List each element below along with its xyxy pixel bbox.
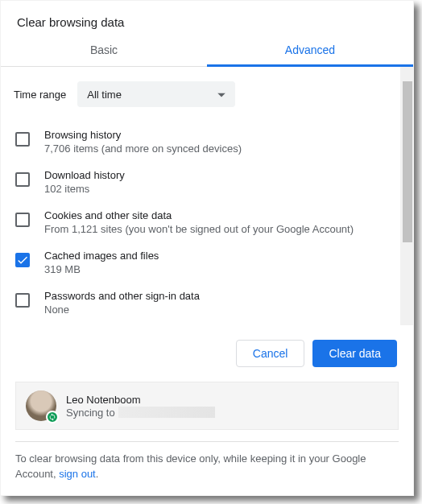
time-range-select[interactable]: All time <box>77 81 235 107</box>
checkbox[interactable] <box>15 172 30 187</box>
list-item: Cookies and other site dataFrom 1,121 si… <box>14 202 394 242</box>
item-text: Passwords and other sign-in dataNone <box>44 290 200 316</box>
checkbox[interactable] <box>15 293 30 308</box>
scrollbar-thumb[interactable] <box>403 81 412 242</box>
footnote: To clear browsing data from this device … <box>1 452 413 495</box>
tab-advanced[interactable]: Advanced <box>207 32 413 66</box>
checkbox[interactable] <box>15 132 30 147</box>
clear-data-button[interactable]: Clear data <box>312 340 397 367</box>
dialog-title: Clear browsing data <box>1 1 413 32</box>
checkbox[interactable] <box>15 213 30 227</box>
time-range-value: All time <box>87 89 122 101</box>
item-title: Browsing history <box>44 129 242 141</box>
item-text: Cookies and other site dataFrom 1,121 si… <box>44 209 354 235</box>
checkbox[interactable] <box>15 253 30 267</box>
time-range-label: Time range <box>14 89 66 101</box>
item-title: Download history <box>44 169 125 181</box>
divider <box>15 441 399 442</box>
dialog-actions: Cancel Clear data <box>1 325 413 382</box>
item-title: Cached images and files <box>44 250 159 262</box>
list-item: Passwords and other sign-in dataNone <box>14 283 394 323</box>
footnote-after: . <box>96 468 99 480</box>
account-sync-prefix: Syncing to <box>66 407 115 419</box>
item-title: Passwords and other sign-in data <box>44 290 200 302</box>
item-subtitle: From 1,121 sites (you won't be signed ou… <box>44 223 354 235</box>
tabs: Basic Advanced <box>1 32 413 67</box>
account-box: Leo Notenboom Syncing to <box>15 382 399 430</box>
item-text: Download history102 items <box>44 169 125 195</box>
avatar <box>26 390 56 421</box>
item-subtitle: 319 MB <box>44 263 159 275</box>
scroll-area[interactable]: Time range All time Browsing history7,70… <box>1 67 413 325</box>
chevron-down-icon <box>217 89 225 101</box>
item-subtitle: None <box>44 304 200 316</box>
item-subtitle: 7,706 items (and more on synced devices) <box>44 143 242 155</box>
dialog-body: Time range All time Browsing history7,70… <box>1 67 413 325</box>
item-subtitle: 102 items <box>44 183 125 195</box>
time-range-row: Time range All time <box>14 78 394 122</box>
list-item: Download history102 items <box>14 162 394 202</box>
list-item: Browsing history7,706 items (and more on… <box>14 122 394 162</box>
account-sync-line: Syncing to <box>66 407 215 419</box>
scrollbar[interactable] <box>400 67 413 325</box>
sign-out-link[interactable]: sign out <box>59 468 96 480</box>
item-text: Browsing history7,706 items (and more on… <box>44 129 242 155</box>
item-text: Cached images and files319 MB <box>44 250 159 275</box>
item-title: Cookies and other site data <box>44 209 354 221</box>
redacted-email <box>118 407 215 418</box>
cancel-button[interactable]: Cancel <box>236 340 305 367</box>
list-item: Cached images and files319 MB <box>14 242 394 283</box>
sync-icon <box>46 411 59 423</box>
clear-browsing-data-dialog: Clear browsing data Basic Advanced Time … <box>0 0 414 496</box>
account-name: Leo Notenboom <box>66 394 215 406</box>
list-item: Autofill form data <box>14 323 394 325</box>
account-text: Leo Notenboom Syncing to <box>66 394 215 419</box>
tab-basic[interactable]: Basic <box>1 32 207 66</box>
